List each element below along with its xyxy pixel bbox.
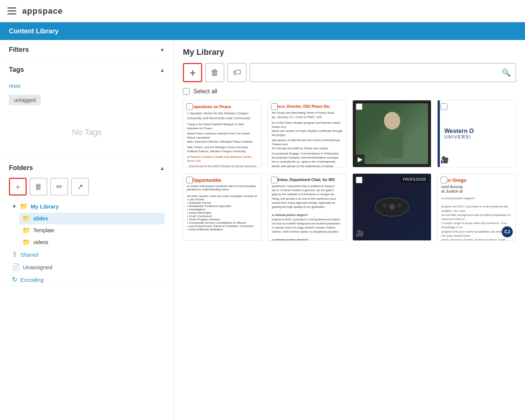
select-all-checkbox[interactable] (183, 88, 190, 95)
card-4-checkbox[interactable] (441, 103, 447, 110)
tag-icon: 🏷 (233, 68, 241, 77)
card-5-content: ↩ Opportunitie al Justice will prepare s… (183, 174, 261, 240)
sidebar: Filters ▼ Tags ▲ reset untagged No Tags … (0, 40, 174, 420)
add-content-button[interactable]: ＋ (183, 63, 202, 82)
delete-content-button[interactable]: 🗑 (205, 63, 224, 82)
folder-shared-label: Shared (20, 251, 38, 258)
folder-template-icon: 📁 (22, 226, 30, 234)
share-folder-button[interactable]: ↗ (71, 178, 89, 196)
add-folder-button[interactable]: ＋ (9, 178, 27, 196)
card-1-venue: at Western Oregon's Health and Wellness … (187, 155, 258, 163)
card-2-title: Orosco, Director, OSU Peace Stu (272, 104, 342, 109)
app-logo: appspace (22, 6, 63, 16)
tag-content-button[interactable]: 🏷 (227, 63, 247, 82)
folder-videos-icon: 📁 (22, 238, 30, 246)
folder-template-label: Template (33, 227, 54, 233)
folder-unassigned[interactable]: 📄 Unassigned (9, 261, 165, 273)
card-5-body: al Justice will prepare students with a … (187, 184, 258, 231)
card-1-line3: World Peace Lessons Learned From The Nob… (187, 131, 258, 140)
controller-svg (374, 194, 411, 220)
card-3-checkbox[interactable] (356, 103, 362, 110)
card-6-q2: a criminal justice degree? (272, 238, 308, 240)
tags-content: reset untagged No Tags (0, 80, 174, 158)
card-1-sponsor: Sponsored by the WOU Division of Social … (187, 164, 258, 167)
card-3-thumb: ▶ (353, 100, 431, 167)
folder-encoding[interactable]: ↻ Encoding (9, 273, 165, 286)
card-7[interactable]: 🎥 PROFESSOR (352, 173, 431, 241)
person-silhouette-svg (377, 110, 407, 158)
card-1-checkbox[interactable] (186, 103, 193, 110)
edit-folder-button[interactable]: ✏ (50, 178, 68, 196)
folder-slides[interactable]: 📁 slides (19, 213, 165, 224)
card-8-title: s...n Orego (441, 177, 512, 183)
card-2[interactable]: Orosco, Director, OSU Peace Stu the 'lov… (268, 100, 347, 167)
card-7-thumb: 🎥 PROFESSOR (353, 174, 431, 240)
card-8-content: s...n Orego ized Among al Justice ar a c… (438, 174, 516, 240)
card-6-content: Djokotoe, Department Chair, for WO epart… (268, 174, 346, 240)
card-6-checkbox[interactable] (271, 177, 278, 183)
card-1[interactable]: Perspectives on Peace A Speaker Series f… (183, 100, 262, 167)
card-4[interactable]: Western O UNIVERSI 🎥 (437, 100, 516, 167)
card-6-a1: program at WOU: it provided in a strong … (272, 218, 341, 233)
card-6-q1: a criminal justice degree? (272, 213, 308, 217)
card-1-line1: "Lying is the Most Powerful Weapon in Wa… (187, 122, 258, 126)
tags-header[interactable]: Tags ▲ (0, 60, 174, 80)
filters-header[interactable]: Filters ▼ (0, 40, 174, 60)
section-header: Content Library (0, 22, 525, 40)
card-6[interactable]: Djokotoe, Department Chair, for WO epart… (268, 173, 347, 241)
folder-encoding-label: Encoding (20, 277, 44, 283)
card-7-label: PROFESSOR (401, 177, 428, 182)
trash-icon: 🗑 (211, 68, 219, 77)
folders-section: Folders ▲ ＋ 🗑 ✏ ↗ (0, 158, 174, 286)
share-icon: ⇧ (12, 250, 17, 259)
content-area: My Library ＋ 🗑 🏷 🔍 Select all (174, 40, 525, 420)
tags-chevron-icon: ▲ (160, 67, 165, 73)
menu-icon[interactable] (7, 7, 16, 14)
card-6-body: epartment, responded that in addition to… (272, 184, 342, 240)
folder-videos[interactable]: 📁 videos (19, 236, 165, 248)
card-2-checkbox[interactable] (271, 103, 278, 110)
filters-section: Filters ▼ (0, 40, 174, 60)
card-8-checkbox[interactable] (441, 177, 447, 183)
reset-link[interactable]: reset (9, 83, 20, 89)
collapse-arrow-icon: ▼ (12, 204, 17, 209)
delete-folder-button[interactable]: 🗑 (30, 178, 47, 196)
search-input[interactable] (255, 70, 502, 76)
folder-videos-label: videos (33, 239, 48, 245)
folder-my-library[interactable]: ▼ 📁 My Library (9, 200, 165, 213)
filters-chevron-icon: ▼ (160, 47, 165, 53)
svg-point-4 (397, 203, 402, 207)
card-1-subtitle: A Speaker Series for the Western Oregon … (187, 111, 258, 120)
svg-rect-6 (389, 205, 395, 208)
search-box: 🔍 (250, 63, 516, 82)
folder-unassigned-label: Unassigned (23, 264, 52, 270)
card-4-title: Western O (444, 128, 474, 134)
play-icon: ▶ (356, 154, 365, 164)
card-5-checkbox[interactable] (186, 177, 193, 183)
card-3[interactable]: ▶ (352, 100, 431, 167)
card-8[interactable]: s...n Orego ized Among al Justice ar a c… (437, 173, 516, 241)
document-icon: 📄 (12, 263, 20, 271)
search-icon[interactable]: 🔍 (502, 68, 511, 77)
card-2-content: Orosco, Director, OSU Peace Stu the 'lov… (268, 100, 346, 167)
card-7-checkbox[interactable] (356, 177, 362, 183)
top-bar: appspace (0, 0, 525, 22)
svg-point-0 (384, 112, 400, 130)
folders-title: Folders (9, 164, 33, 172)
content-toolbar: ＋ 🗑 🏷 🔍 (183, 63, 516, 82)
untagged-tag[interactable]: untagged (9, 95, 41, 105)
folder-template[interactable]: 📁 Template (19, 224, 165, 236)
main-layout: Filters ▼ Tags ▲ reset untagged No Tags … (0, 40, 525, 420)
folder-toolbar: ＋ 🗑 ✏ ↗ (0, 178, 174, 200)
folder-slides-icon: 📁 (22, 214, 30, 223)
share-icon: ↗ (77, 182, 83, 191)
folder-shared[interactable]: ⇧ Shared (9, 248, 165, 261)
plus-icon: ＋ (188, 66, 197, 79)
card-5[interactable]: ↩ Opportunitie al Justice will prepare s… (183, 173, 262, 241)
card-2-line3: ter of the Peace Studies program and tea… (272, 121, 342, 129)
tags-section: Tags ▲ reset untagged No Tags (0, 60, 174, 158)
card-8-logo: CJ (502, 226, 513, 237)
card-6-title: Djokotoe, Department Chair, for WO (272, 177, 342, 183)
card-2-line5: ulty advisor to MEChA and the Centro Cul… (272, 138, 342, 146)
content-grid: Perspectives on Peace A Speaker Series f… (183, 100, 516, 241)
